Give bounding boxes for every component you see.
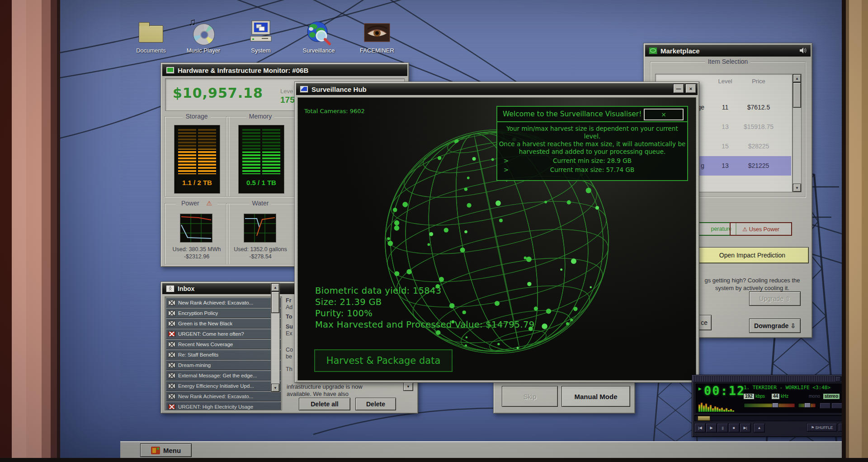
speaker-icon[interactable]	[799, 48, 807, 54]
desktop-icon-documents[interactable]: Documents	[127, 20, 175, 54]
inbox-item-label: External Message: Get the edge...	[178, 373, 257, 378]
scroll-up-button[interactable]: ▲	[793, 74, 801, 82]
mail-icon	[168, 373, 175, 378]
playlist-button[interactable]	[831, 403, 842, 409]
upgrade-button[interactable]: Upgrade ⇧	[749, 291, 801, 306]
inbox-item[interactable]: Green is the New Black	[166, 319, 281, 329]
item-level: 13	[713, 156, 737, 175]
skip-button[interactable]: Skip	[502, 386, 558, 407]
track-title: 1. TEKRIDER - WORKLIFE <3:48>	[744, 385, 842, 391]
inbox-item[interactable]: Recent News Coverage	[166, 339, 281, 349]
inbox-scrollbar[interactable]: ▲ ▼	[271, 283, 280, 392]
surveillance-hub-window: Surveillance Hub — × Total Cameras: 9602…	[294, 81, 699, 383]
surveillance-titlebar[interactable]: Surveillance Hub	[296, 83, 698, 95]
player-lcd: ▶ 00:12 1. TEKRIDER - WORKLIFE <3:48> 19…	[694, 382, 842, 414]
inbox-item[interactable]: URGENT: High Electricity Usage	[166, 402, 281, 410]
window-title: Marketplace	[660, 47, 700, 55]
mail-icon	[168, 342, 175, 347]
desk-edge-right	[842, 0, 868, 462]
marketplace-scrollbar[interactable]: ▲ ▼	[793, 74, 802, 192]
balance-slider[interactable]	[798, 403, 816, 408]
player-minimize-button[interactable]	[835, 376, 840, 381]
envelope-icon	[166, 285, 175, 292]
harvest-package-button[interactable]: Harvest & Package data	[314, 349, 453, 372]
urgent-mail-icon	[168, 404, 175, 410]
delete-all-button[interactable]: Delete all	[299, 398, 350, 410]
inbox-item[interactable]: New Rank Achieved: Excavato...	[166, 391, 281, 401]
marketplace-titlebar[interactable]: Marketplace	[645, 45, 811, 57]
next-button[interactable]: ▶|	[740, 423, 751, 433]
inbox-item[interactable]: Dream-mining	[166, 360, 281, 370]
scroll-thumb[interactable]	[793, 82, 801, 108]
icon-label: Surveillance	[295, 47, 342, 54]
item-price: $7612.5	[734, 98, 783, 117]
menu-button[interactable]: Menu	[140, 443, 192, 457]
biometric-yield: Biometric data yield: 15843	[315, 285, 534, 296]
power-graph	[180, 214, 212, 243]
power-label: Power	[179, 200, 202, 207]
storage-label: Storage	[183, 113, 210, 120]
player-titlebar[interactable]	[693, 376, 842, 381]
mail-icon	[168, 352, 175, 357]
power-group: Power ⚠ Used: 380.35 MWh -$2312.96	[165, 203, 229, 265]
eq-button[interactable]	[820, 403, 830, 409]
play-indicator-icon: ▶	[698, 386, 702, 391]
money-icon	[649, 47, 657, 54]
water-graph	[244, 214, 276, 243]
downgrade-button[interactable]: Downgrade ⇩	[749, 319, 801, 333]
repeat-button[interactable]: ⚑	[838, 423, 842, 432]
pane-label-fragment: Su	[286, 324, 293, 330]
column-price: Price	[735, 78, 782, 85]
water-label: Water	[250, 200, 272, 207]
previous-button[interactable]: |◀	[694, 423, 706, 433]
desktop-icon-faceminer[interactable]: FACEMINER	[354, 20, 401, 54]
inbox-item[interactable]: Energy Efficiency Initiative Upd...	[166, 381, 281, 391]
folder-icon	[138, 20, 164, 45]
inbox-item[interactable]: Encryption Policy	[166, 308, 281, 318]
dropdown-button[interactable]: ▼	[403, 382, 413, 391]
monitor-bezel-bottom	[0, 458, 868, 462]
dialog-close-button[interactable]: ×	[644, 109, 684, 120]
shuffle-button[interactable]: ⚑SHUFFLE	[807, 423, 837, 432]
desktop-icon-music-player[interactable]: ♫ Music Player	[180, 20, 227, 54]
inbox-item[interactable]: Re: Staff Benefits	[166, 350, 281, 360]
computer-icon	[248, 20, 274, 45]
scroll-thumb[interactable]	[271, 291, 279, 313]
eject-button[interactable]: ▲	[754, 423, 765, 433]
inbox-item[interactable]: External Message: Get the edge...	[166, 371, 281, 381]
track-time: 00:12	[704, 384, 745, 398]
cd-icon: ♫	[190, 20, 217, 45]
stereo-indicator: stereo	[823, 394, 840, 399]
mono-indicator: mono	[809, 394, 820, 399]
taskbar: Menu 12/02/1999, 22:31:09	[120, 441, 842, 458]
stop-button[interactable]: ■	[728, 423, 740, 433]
desktop-icon-system[interactable]: System	[237, 20, 284, 54]
scroll-down-button[interactable]: ▼	[793, 184, 801, 192]
memory-value: 0.5 / 1 TB	[239, 179, 284, 186]
inbox-item-label: New Rank Achieved: Excavato...	[178, 300, 253, 305]
hardware-monitor-titlebar[interactable]: Hardware & Infrastructure Monitor: #06B	[162, 64, 407, 76]
memory-gauge: 0.5 / 1 TB	[238, 125, 284, 194]
eye-icon	[364, 20, 390, 45]
scroll-up-button[interactable]: ▲	[271, 283, 279, 291]
delete-button[interactable]: Delete	[355, 398, 396, 410]
seek-handle[interactable]	[698, 416, 710, 421]
mail-icon	[168, 362, 175, 368]
open-impact-prediction-button[interactable]: Open Impact Prediction	[696, 247, 809, 263]
inbox-item[interactable]: New Rank Achieved: Excavato...	[166, 298, 281, 308]
inbox-item-label: Recent News Coverage	[178, 342, 233, 347]
close-button[interactable]: ×	[685, 84, 696, 93]
volume-slider[interactable]	[744, 403, 795, 408]
scroll-down-button[interactable]: ▼	[271, 384, 279, 392]
manual-mode-button[interactable]: Manual Mode	[561, 386, 630, 407]
seek-bar[interactable]	[694, 415, 842, 421]
crt-photo: Documents ♫ Music Player System Surveill…	[0, 0, 868, 462]
inbox-item[interactable]: URGENT: Come here often?	[166, 329, 281, 339]
play-button[interactable]: ▶	[706, 423, 717, 433]
minimize-button[interactable]: —	[673, 84, 684, 93]
storage-gauge: 1.1 / 2 TB	[174, 125, 220, 194]
pane-label-fragment: Ex	[286, 330, 292, 337]
pause-button[interactable]: ||	[717, 423, 728, 433]
uses-power-chip[interactable]: ⚠ Uses Power	[730, 222, 792, 236]
desktop-icon-surveillance[interactable]: Surveillance	[295, 20, 342, 54]
